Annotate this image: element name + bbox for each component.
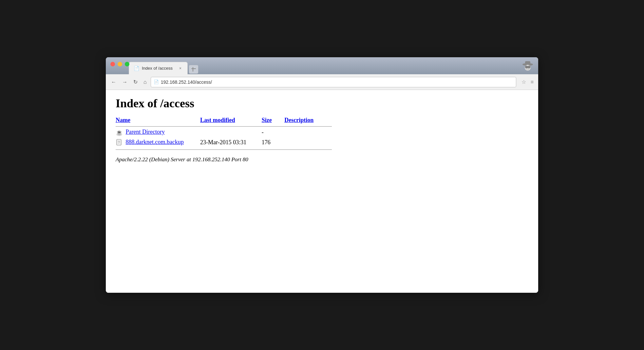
sort-modified-link[interactable]: Last modified [200, 117, 235, 123]
parent-dir-link[interactable]: Parent Directory [126, 129, 165, 135]
col-header-size: Size [262, 117, 285, 126]
table-row: ? 888.darknet.com.backup 23-Mar-2015 03:… [116, 137, 332, 148]
tab-page-icon: 📄 [134, 66, 139, 71]
nav-bar: ← → ↻ ⌂ 📄 ☆ ≡ [106, 74, 538, 90]
maximize-button[interactable] [125, 62, 129, 66]
backup-file-link[interactable]: 888.darknet.com.backup [126, 139, 184, 145]
folder-icon [116, 129, 123, 136]
address-bar-container: 📄 [151, 77, 516, 87]
home-button[interactable]: ⌂ [142, 78, 149, 86]
svg-point-5 [526, 66, 527, 68]
file-modified: 23-Mar-2015 03:31 [200, 137, 262, 148]
directory-table: Name Last modified Size Description [116, 117, 332, 152]
header-separator [116, 126, 332, 127]
footer-separator-row [116, 148, 332, 152]
svg-rect-0 [191, 68, 196, 69]
page-content: Index of /access Name Last modified Size… [106, 90, 538, 293]
svg-text:?: ? [118, 141, 120, 144]
col-header-modified: Last modified [200, 117, 262, 126]
tab-close-button[interactable]: × [178, 65, 183, 71]
reload-button[interactable]: ↻ [131, 78, 140, 86]
directory-listing-body: Parent Directory - ? [116, 127, 332, 152]
parent-dir-desc [284, 127, 332, 137]
forward-button[interactable]: → [120, 78, 129, 86]
col-header-name: Name [116, 117, 200, 126]
back-button[interactable]: ← [109, 78, 118, 86]
bookmark-button[interactable]: ☆ [520, 78, 527, 86]
page-title: Index of /access [116, 96, 528, 110]
sort-size-link[interactable]: Size [262, 117, 272, 123]
menu-button[interactable]: ≡ [529, 78, 535, 86]
file-name-cell: ? 888.darknet.com.backup [116, 137, 200, 148]
col-header-description: Description [284, 117, 332, 126]
footer-separator [116, 149, 332, 150]
file-desc [284, 137, 332, 148]
active-tab[interactable]: 📄 Index of /access × [129, 62, 188, 74]
file-size: 176 [262, 137, 285, 148]
table-header-row: Name Last modified Size Description [116, 117, 332, 126]
server-info: Apache/2.2.22 (Debian) Server at 192.168… [116, 156, 528, 163]
parent-dir-modified [200, 127, 262, 137]
tabs-area: 📄 Index of /access × [129, 57, 198, 74]
unknown-file-icon: ? [116, 139, 123, 146]
address-input[interactable] [161, 79, 513, 85]
title-bar: 📄 Index of /access × [106, 57, 538, 74]
minimize-button[interactable] [118, 62, 122, 66]
svg-point-6 [528, 66, 530, 68]
parent-dir-name-cell: Parent Directory [116, 127, 200, 137]
tab-title: Index of /access [142, 66, 173, 71]
svg-rect-1 [193, 67, 193, 72]
page-icon: 📄 [154, 79, 159, 84]
sort-name-link[interactable]: Name [116, 117, 130, 123]
new-tab-button[interactable] [189, 65, 198, 74]
window-controls [110, 62, 129, 66]
browser-window: 📄 Index of /access × [106, 57, 538, 293]
spy-icon [521, 60, 534, 73]
svg-rect-3 [525, 61, 530, 65]
nav-right-icons: ☆ ≡ [520, 78, 535, 86]
sort-desc-link[interactable]: Description [284, 117, 313, 123]
close-button[interactable] [110, 62, 115, 66]
table-row: Parent Directory - [116, 127, 332, 137]
parent-dir-size: - [262, 127, 285, 137]
